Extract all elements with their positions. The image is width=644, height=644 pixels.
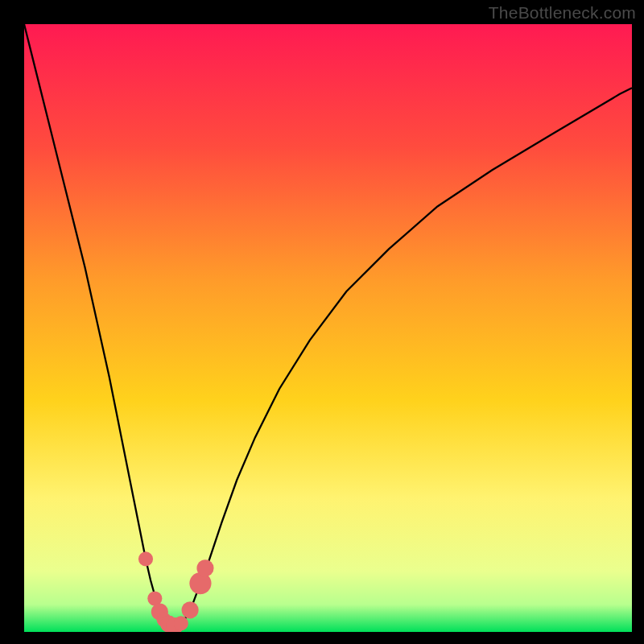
watermark-text: TheBottleneck.com (489, 3, 636, 23)
plot-area (24, 24, 632, 632)
data-point (182, 601, 199, 618)
data-point (196, 559, 213, 576)
data-point (174, 616, 188, 630)
bottleneck-chart (24, 24, 632, 632)
data-point (138, 551, 153, 566)
chart-frame: TheBottleneck.com (0, 0, 644, 644)
gradient-background (24, 24, 632, 632)
